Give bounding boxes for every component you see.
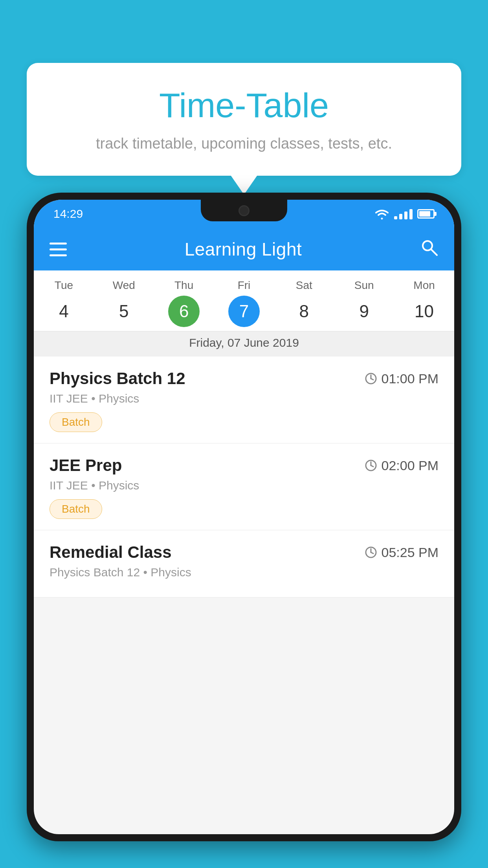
class-item-header: Remedial Class05:25 PM <box>50 543 438 562</box>
class-name: Remedial Class <box>50 543 172 562</box>
camera-dot <box>238 205 250 216</box>
class-meta: Physics Batch 12 • Physics <box>50 566 438 579</box>
wifi-icon <box>374 208 389 220</box>
status-icons <box>374 208 435 220</box>
day-number[interactable]: 10 <box>409 296 440 327</box>
phone-screen: 14:29 <box>34 200 454 834</box>
day-name: Thu <box>174 279 193 292</box>
class-meta: IIT JEE • Physics <box>50 479 438 492</box>
day-name: Sun <box>354 279 374 292</box>
app-bar: Learning Light <box>34 228 454 270</box>
day-number[interactable]: 5 <box>108 296 139 327</box>
phone-device: 14:29 <box>27 193 461 841</box>
hamburger-menu-button[interactable] <box>50 243 67 256</box>
phone-container: 14:29 <box>27 193 461 868</box>
bubble-title: Time-Table <box>42 86 446 125</box>
class-time: 01:00 PM <box>365 371 438 386</box>
class-time: 02:00 PM <box>365 458 438 473</box>
day-name: Mon <box>413 279 435 292</box>
day-number[interactable]: 6 <box>168 296 200 327</box>
day-name: Tue <box>55 279 73 292</box>
day-col-wed[interactable]: Wed5 <box>94 279 154 327</box>
clock-icon <box>365 372 377 385</box>
speech-bubble-section: Time-Table track timetable, upcoming cla… <box>27 63 461 176</box>
week-days-row: Tue4Wed5Thu6Fri7Sat8Sun9Mon10 <box>34 270 454 331</box>
day-col-mon[interactable]: Mon10 <box>394 279 454 327</box>
clock-icon <box>365 546 377 559</box>
signal-icon <box>394 208 413 219</box>
day-number[interactable]: 7 <box>228 296 260 327</box>
class-item-0[interactable]: Physics Batch 1201:00 PMIIT JEE • Physic… <box>34 357 454 443</box>
svg-line-7 <box>371 465 373 467</box>
class-item-header: JEE Prep02:00 PM <box>50 456 438 475</box>
class-list: Physics Batch 1201:00 PMIIT JEE • Physic… <box>34 357 454 598</box>
day-number[interactable]: 4 <box>48 296 79 327</box>
selected-date-label: Friday, 07 June 2019 <box>34 331 454 357</box>
hamburger-line-1 <box>50 243 67 245</box>
svg-line-10 <box>371 552 373 554</box>
bubble-subtitle: track timetable, upcoming classes, tests… <box>42 133 446 154</box>
day-col-tue[interactable]: Tue4 <box>34 279 94 327</box>
hamburger-line-3 <box>50 254 67 256</box>
class-item-2[interactable]: Remedial Class05:25 PMPhysics Batch 12 •… <box>34 530 454 598</box>
svg-line-4 <box>371 379 373 380</box>
day-number[interactable]: 8 <box>288 296 320 327</box>
batch-badge: Batch <box>50 499 102 519</box>
class-time: 05:25 PM <box>365 545 438 560</box>
class-name: Physics Batch 12 <box>50 369 185 388</box>
svg-point-0 <box>423 241 432 250</box>
clock-icon <box>365 459 377 472</box>
svg-line-1 <box>431 250 437 255</box>
class-item-header: Physics Batch 1201:00 PM <box>50 369 438 388</box>
phone-notch <box>201 200 287 221</box>
day-name: Sat <box>296 279 312 292</box>
day-col-fri[interactable]: Fri7 <box>214 279 274 327</box>
calendar-section: Tue4Wed5Thu6Fri7Sat8Sun9Mon10 Friday, 07… <box>34 270 454 357</box>
app-title: Learning Light <box>185 239 302 260</box>
search-icon[interactable] <box>420 238 438 261</box>
class-item-1[interactable]: JEE Prep02:00 PMIIT JEE • PhysicsBatch <box>34 443 454 530</box>
speech-bubble: Time-Table track timetable, upcoming cla… <box>27 63 461 176</box>
day-col-sun[interactable]: Sun9 <box>334 279 394 327</box>
batch-badge: Batch <box>50 412 102 432</box>
battery-icon <box>417 209 435 219</box>
day-col-sat[interactable]: Sat8 <box>274 279 334 327</box>
status-time: 14:29 <box>53 207 83 221</box>
hamburger-line-2 <box>50 248 67 250</box>
day-col-thu[interactable]: Thu6 <box>154 279 214 327</box>
class-meta: IIT JEE • Physics <box>50 392 438 405</box>
day-number[interactable]: 9 <box>349 296 380 327</box>
class-name: JEE Prep <box>50 456 122 475</box>
day-name: Wed <box>113 279 135 292</box>
day-name: Fri <box>238 279 251 292</box>
